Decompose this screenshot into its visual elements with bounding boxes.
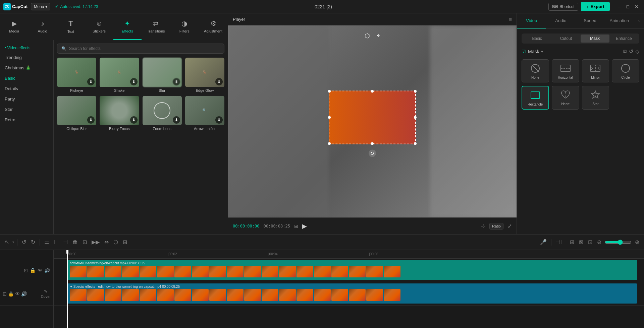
tool-1[interactable]: ⊣⊢ bbox=[554, 238, 567, 247]
mask-option-none[interactable]: None bbox=[522, 59, 549, 82]
mask-handle-tl[interactable] bbox=[328, 90, 331, 92]
mask-check-icon[interactable]: ☑ bbox=[522, 49, 526, 54]
mask-option-horizontal[interactable]: Horizontal bbox=[552, 59, 579, 82]
sub-tab-basic[interactable]: Basic bbox=[523, 35, 551, 43]
right-tab-animation[interactable]: Animation bbox=[605, 13, 634, 28]
handle-icon-1[interactable]: ⬡ bbox=[365, 32, 370, 40]
crop-icon[interactable]: ⊹ bbox=[481, 223, 485, 229]
effect-oblique-blur[interactable]: ⬇ Oblique Blur bbox=[57, 96, 96, 131]
undo-button[interactable]: ↺ bbox=[20, 238, 28, 247]
download-blurry-focus[interactable]: ⬇ bbox=[130, 116, 138, 124]
speed-button[interactable]: ▶▶ bbox=[90, 238, 101, 247]
mask-undo-button[interactable]: ↺ bbox=[629, 48, 633, 55]
download-shake[interactable]: ⬇ bbox=[130, 78, 138, 85]
mask-handle-bm[interactable] bbox=[371, 142, 374, 145]
cursor-tool-button[interactable]: ↖ bbox=[3, 238, 10, 247]
fullscreen-button[interactable]: ⤢ bbox=[507, 223, 512, 229]
track2-layout-icon[interactable]: ⊡ bbox=[3, 291, 7, 297]
download-edge-glow[interactable]: ⬇ bbox=[215, 78, 223, 85]
sub-tab-cutout[interactable]: Cutout bbox=[551, 35, 580, 43]
maximize-button[interactable]: □ bbox=[625, 3, 631, 10]
sidebar-item-party[interactable]: Party bbox=[0, 94, 53, 104]
mask-handle-br[interactable] bbox=[414, 142, 417, 145]
download-zoom-lens[interactable]: ⬇ bbox=[173, 116, 180, 124]
sidebar-item-christmas[interactable]: Christmas 🎄 bbox=[0, 63, 53, 73]
tab-adjustment[interactable]: ⚙ Adjustment bbox=[199, 13, 228, 40]
tab-transitions[interactable]: ⇄ Transitions bbox=[142, 13, 170, 40]
mask-reset-button[interactable]: ◇ bbox=[635, 48, 639, 55]
track-clip-2[interactable]: ✦ Special effects - edit how-to-blur-som… bbox=[67, 283, 637, 304]
tab-filters[interactable]: ◑ Filters bbox=[170, 13, 199, 40]
mask-handle-ml[interactable] bbox=[328, 116, 331, 119]
zoom-out-button[interactable]: ⊖ bbox=[596, 238, 603, 247]
split-left-button[interactable]: ⊢ bbox=[52, 238, 60, 247]
download-oblique-blur[interactable]: ⬇ bbox=[87, 116, 95, 124]
mask-copy-button[interactable]: ⧉ bbox=[623, 48, 627, 55]
effect-shake[interactable]: 🦌 ⬇ Shake bbox=[100, 58, 139, 92]
track2-audio-icon[interactable]: 🔊 bbox=[21, 291, 27, 297]
minimize-button[interactable]: ─ bbox=[616, 3, 623, 10]
ratio-button[interactable]: Ratio bbox=[489, 223, 503, 229]
shortcut-button[interactable]: ⌨ Shortcut bbox=[548, 3, 578, 11]
tab-text[interactable]: T Text bbox=[57, 13, 85, 40]
track2-eye-icon[interactable]: 👁 bbox=[15, 291, 20, 297]
download-fisheye[interactable]: ⬇ bbox=[87, 78, 95, 85]
tab-audio[interactable]: ♪ Audio bbox=[28, 13, 56, 40]
split-button[interactable]: ⚌ bbox=[43, 238, 50, 247]
menu-button[interactable]: Menu ▾ bbox=[31, 3, 50, 10]
tool-3[interactable]: ⊠ bbox=[578, 238, 585, 247]
sub-tab-enhance[interactable]: Enhance bbox=[609, 35, 638, 43]
effect-fisheye[interactable]: 🦌 ⬇ Fisheye bbox=[57, 58, 96, 92]
rotate-handle[interactable]: ↻ bbox=[369, 149, 376, 157]
search-input[interactable] bbox=[69, 46, 220, 51]
sidebar-item-trending[interactable]: Trending bbox=[0, 52, 53, 63]
track1-audio-icon[interactable]: 🔊 bbox=[44, 268, 50, 273]
tab-stickers[interactable]: ☺ Stickers bbox=[85, 13, 113, 40]
mask-option-circle[interactable]: Circle bbox=[612, 59, 639, 82]
track2-lock-icon[interactable]: 🔒 bbox=[8, 291, 14, 297]
mask-handle-bl[interactable] bbox=[328, 142, 331, 145]
split-right-button[interactable]: ⊣ bbox=[62, 238, 69, 247]
tool-4[interactable]: ⊡ bbox=[587, 238, 594, 247]
right-tab-audio[interactable]: Audio bbox=[546, 13, 575, 28]
mic-button[interactable]: 🎤 bbox=[539, 238, 548, 247]
cursor-dropdown[interactable]: ▾ bbox=[12, 240, 14, 244]
crop-timeline-button[interactable]: ⊡ bbox=[81, 238, 88, 247]
redo-button[interactable]: ↻ bbox=[30, 238, 37, 247]
effect-blurry-focus[interactable]: ⬇ Blurry Focus bbox=[100, 96, 139, 131]
effect-zoom-lens[interactable]: ⬇ Zoom Lens bbox=[143, 96, 182, 131]
sub-tab-mask[interactable]: Mask bbox=[581, 35, 609, 43]
delete-button[interactable]: 🗑 bbox=[71, 238, 79, 247]
mask-handle-tm[interactable] bbox=[371, 90, 374, 92]
play-button[interactable]: ▶ bbox=[302, 222, 307, 230]
mask-handle-mr[interactable] bbox=[414, 116, 417, 119]
mask-timeline-button[interactable]: ⬡ bbox=[112, 238, 119, 247]
download-arrow-magnifier[interactable]: ⬇ bbox=[215, 116, 223, 124]
sidebar-item-star[interactable]: Star bbox=[0, 104, 53, 115]
mask-dropdown-icon[interactable]: ▾ bbox=[541, 49, 543, 54]
flip-button[interactable]: ⇔ bbox=[103, 238, 110, 247]
mask-option-heart[interactable]: Heart bbox=[552, 86, 579, 110]
track1-lock-icon[interactable]: 🔒 bbox=[30, 268, 36, 273]
sidebar-item-basic[interactable]: Basic bbox=[0, 73, 53, 83]
timeline-tracks[interactable]: |00:00 |00:02 |00:04 |00:06 how-to-blur-… bbox=[54, 250, 644, 328]
right-tab-video[interactable]: Video bbox=[517, 13, 546, 28]
mask-handle-tr[interactable] bbox=[414, 90, 417, 92]
ratio-timeline-button[interactable]: ⊞ bbox=[121, 238, 128, 247]
track-clip-1[interactable]: how-to-blur-something-on-capcut.mp4 00:0… bbox=[67, 260, 637, 280]
mask-option-star[interactable]: Star bbox=[582, 86, 609, 110]
zoom-slider[interactable] bbox=[605, 240, 632, 245]
export-button[interactable]: ↑ Export bbox=[581, 2, 610, 11]
close-button[interactable]: ✕ bbox=[633, 3, 641, 10]
tab-effects[interactable]: ✦ Effects bbox=[113, 13, 142, 40]
add-track-button[interactable]: ⊕ bbox=[634, 238, 641, 247]
mask-option-mirror[interactable]: Mirror bbox=[582, 59, 609, 82]
track1-layout-icon[interactable]: ⊡ bbox=[24, 268, 28, 273]
effect-arrow-magnifier[interactable]: 🔍 ⬇ Arrow ...nifier bbox=[185, 96, 224, 131]
grid-icon[interactable]: ⊞ bbox=[294, 223, 298, 229]
effect-edge-glow[interactable]: 🦌 ⬇ Edge Glow bbox=[185, 58, 224, 92]
effect-blur[interactable]: ⬇ Blur bbox=[143, 58, 182, 92]
cover-button-container[interactable]: ✎ Cover bbox=[41, 289, 51, 299]
track1-eye-icon[interactable]: 👁 bbox=[38, 268, 42, 273]
tool-2[interactable]: ⊞ bbox=[569, 238, 576, 247]
